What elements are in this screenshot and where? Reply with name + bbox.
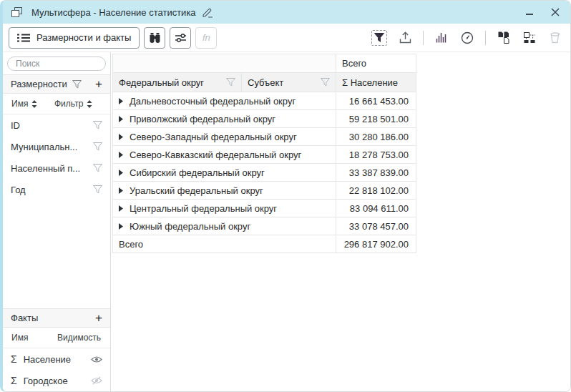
column-header-subject[interactable]: Субъект — [242, 73, 336, 92]
district-name: Центральный федеральный округ — [130, 203, 277, 214]
add-fact-button[interactable]: + — [95, 312, 102, 324]
facts-section-header: Факты + — [3, 308, 110, 328]
app-window: Мультисфера - Население статистика — [0, 0, 571, 392]
filter-funnel-icon[interactable] — [93, 185, 102, 194]
expand-icon[interactable] — [119, 205, 123, 212]
expand-icon[interactable] — [119, 134, 123, 140]
toolbar-separator — [423, 31, 424, 45]
pencil-icon[interactable] — [202, 7, 213, 18]
fact-list-item[interactable]: Σ Население — [3, 348, 110, 370]
sum-icon: Σ — [11, 375, 17, 386]
dimension-list-item[interactable]: ID — [3, 114, 110, 136]
filter-icon[interactable] — [371, 30, 387, 46]
app-body: Размерности + Имя — [3, 52, 570, 391]
table-row[interactable]: Сибирский федеральный округ 33 387 839.0… — [113, 164, 416, 182]
table-row[interactable]: Северо-Кавказский федеральный округ 18 2… — [113, 146, 416, 164]
main-area: Всего Федеральный округ — [111, 52, 570, 391]
columns-header-row: Федеральный округ Субъект — [113, 73, 416, 92]
dimensions-name-column[interactable]: Имя — [11, 99, 28, 109]
district-name: Дальневосточный федеральный округ — [130, 96, 296, 107]
expand-icon[interactable] — [119, 116, 123, 122]
dimensions-filter-column[interactable]: Фильтр — [54, 99, 83, 109]
sort-icon[interactable] — [31, 100, 37, 108]
list-icon — [17, 33, 30, 43]
structure-icon[interactable] — [522, 30, 537, 46]
window-controls — [524, 7, 560, 17]
expand-icon[interactable] — [119, 170, 123, 176]
sort-icon[interactable] — [87, 100, 92, 108]
dimension-list-item[interactable]: Муниципальн... — [3, 136, 110, 157]
filter-funnel-icon[interactable] — [93, 164, 102, 172]
eye-icon[interactable] — [91, 356, 102, 363]
toolbar-separator — [485, 31, 486, 45]
sliders-icon — [175, 33, 187, 43]
dimensions-columns-header: Имя Фильтр — [3, 94, 110, 114]
sum-icon: Σ — [11, 353, 17, 365]
district-name: Северо-Кавказский федеральный округ — [130, 150, 301, 160]
close-button[interactable] — [550, 7, 560, 17]
titlebar: Мультисфера - Население статистика — [3, 1, 570, 24]
toolbar-right-icons — [371, 30, 563, 46]
dimension-name: Год — [11, 185, 26, 195]
dimensions-facts-button[interactable]: Размерности и факты — [9, 27, 140, 49]
population-value: 18 278 753.00 — [336, 146, 416, 164]
fn-icon: fn — [202, 32, 210, 43]
search-input[interactable] — [7, 57, 106, 71]
bar-chart-icon[interactable] — [434, 30, 449, 46]
population-value: 30 280 186.00 — [336, 128, 416, 146]
dimension-name: Населенный п... — [11, 163, 80, 174]
dimension-list-item[interactable]: Год — [3, 179, 110, 200]
delete-bucket-icon — [547, 30, 563, 46]
filter-funnel-icon[interactable] — [226, 78, 235, 87]
eye-off-icon[interactable] — [91, 376, 102, 385]
facts-columns-header: Имя Видимость — [3, 328, 110, 348]
expand-icon[interactable] — [119, 98, 123, 104]
population-value: 33 078 457.00 — [336, 217, 416, 235]
add-dimension-button[interactable]: + — [95, 78, 102, 90]
filter-funnel-icon[interactable] — [72, 80, 82, 89]
table-row[interactable]: Северо-Западный федеральный округ 30 280… — [113, 128, 416, 146]
dimensions-section-header: Размерности + — [3, 74, 110, 94]
expand-icon[interactable] — [119, 187, 123, 194]
dimension-list-item[interactable]: Населенный п... — [3, 157, 110, 179]
population-value: 22 818 102.00 — [336, 182, 416, 200]
total-header-row: Всего — [113, 54, 416, 73]
filter-funnel-icon[interactable] — [93, 121, 102, 129]
gauge-icon[interactable] — [459, 30, 475, 46]
settings-sliders-button[interactable] — [170, 27, 191, 49]
population-value: 16 661 453.00 — [336, 92, 416, 110]
total-row-label: Всего — [113, 235, 336, 253]
table-row[interactable]: Центральный федеральный округ 83 094 611… — [113, 200, 416, 217]
filter-funnel-icon[interactable] — [93, 142, 102, 151]
toolbar: Размерности и факты — [3, 24, 570, 52]
district-name: Северо-Западный федеральный округ — [130, 132, 297, 142]
fn-button: fn — [195, 27, 217, 49]
dimensions-facts-label: Размерности и факты — [36, 32, 131, 43]
sidebar-spacer — [3, 200, 110, 308]
copy-icon[interactable] — [496, 30, 512, 46]
column-header-federal-district[interactable]: Федеральный округ — [113, 73, 242, 92]
pivot-table: Всего Федеральный округ — [112, 54, 416, 253]
blank-header-cell — [113, 54, 336, 73]
expand-icon[interactable] — [119, 223, 123, 230]
binoculars-icon — [149, 32, 161, 43]
minimize-button[interactable] — [524, 7, 535, 17]
facts-visibility-column[interactable]: Видимость — [57, 333, 101, 343]
search-binoculars-button[interactable] — [144, 27, 165, 49]
column-header-population[interactable]: Σ Население — [336, 73, 416, 92]
population-value: 83 094 611.00 — [336, 200, 416, 217]
facts-name-column[interactable]: Имя — [11, 333, 28, 343]
table-row[interactable]: Южный федеральный округ 33 078 457.00 — [113, 217, 416, 235]
table-row[interactable]: Уральский федеральный округ 22 818 102.0… — [113, 182, 416, 200]
fact-list-item[interactable]: Σ Городское — [3, 370, 110, 391]
facts-title: Факты — [11, 313, 38, 323]
district-name: Сибирский федеральный округ — [130, 167, 265, 178]
export-icon[interactable] — [397, 30, 413, 46]
district-name: Приволжский федеральный округ — [130, 114, 275, 124]
table-row[interactable]: Приволжский федеральный округ 59 218 501… — [113, 110, 416, 128]
filter-funnel-icon[interactable] — [321, 78, 330, 87]
restore-window-icon[interactable] — [11, 7, 23, 18]
table-row[interactable]: Дальневосточный федеральный округ 16 661… — [113, 92, 416, 110]
expand-icon[interactable] — [119, 152, 123, 158]
dimensions-list: ID Муниципальн... Населенный п... Год — [3, 114, 110, 200]
